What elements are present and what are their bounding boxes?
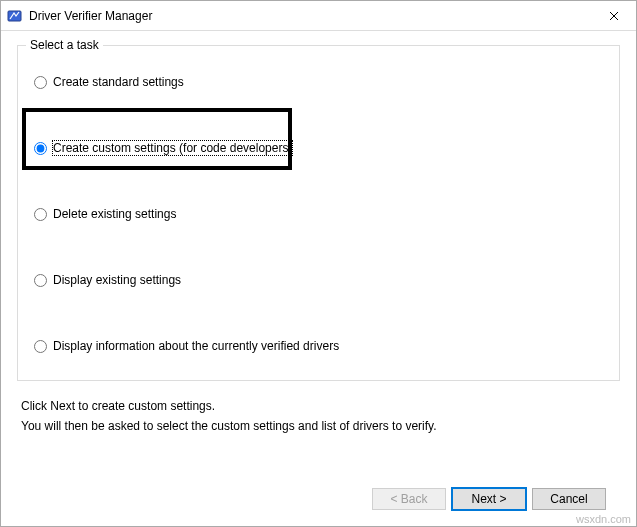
radio-create-custom-label: Create custom settings (for code develop… [53,141,292,155]
radio-display-existing[interactable]: Display existing settings [32,272,183,288]
radio-create-custom[interactable]: Create custom settings (for code develop… [32,140,294,156]
cancel-button[interactable]: Cancel [532,488,606,510]
window-title: Driver Verifier Manager [29,9,152,23]
radio-create-custom-input[interactable] [34,142,47,155]
dialog-window: Driver Verifier Manager Select a task Cr… [0,0,637,527]
button-bar: < Back Next > Cancel [17,478,620,522]
radio-display-info-input[interactable] [34,340,47,353]
radio-display-existing-label: Display existing settings [53,273,181,287]
radio-display-existing-input[interactable] [34,274,47,287]
content-area: Select a task Create standard settings C… [1,31,636,526]
next-button[interactable]: Next > [452,488,526,510]
close-button[interactable] [591,1,636,31]
close-icon [609,11,619,21]
highlight-box [22,108,292,170]
instruction-line-1: Click Next to create custom settings. [21,399,616,413]
radio-create-standard-input[interactable] [34,76,47,89]
titlebar: Driver Verifier Manager [1,1,636,31]
radio-create-standard-label: Create standard settings [53,75,184,89]
task-groupbox: Select a task Create standard settings C… [17,45,620,381]
radio-delete-existing-input[interactable] [34,208,47,221]
titlebar-left: Driver Verifier Manager [7,8,152,24]
radio-display-info-label: Display information about the currently … [53,339,339,353]
instructions: Click Next to create custom settings. Yo… [17,393,620,439]
radio-delete-existing[interactable]: Delete existing settings [32,206,178,222]
radio-delete-existing-label: Delete existing settings [53,207,176,221]
radio-display-info[interactable]: Display information about the currently … [32,338,341,354]
radio-create-standard[interactable]: Create standard settings [32,74,186,90]
app-icon [7,8,23,24]
instruction-line-2: You will then be asked to select the cus… [21,419,616,433]
back-button[interactable]: < Back [372,488,446,510]
group-legend: Select a task [26,38,103,52]
